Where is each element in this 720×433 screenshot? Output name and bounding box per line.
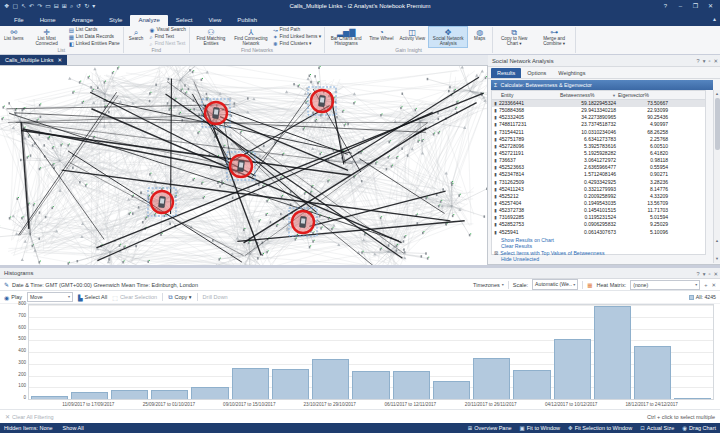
table-row[interactable]: ▮22336644159.182294532473.50667 [492,100,705,107]
restore-button[interactable]: ❐ [688,0,703,13]
social-network-analysis-button[interactable]: ✥Social Network Analysis [428,26,468,48]
link-chart-canvas[interactable] [0,66,488,265]
histogram-bar[interactable] [71,392,108,399]
mode-dropdown[interactable]: Move ▾ [27,292,73,302]
calculate-bar[interactable]: Σ Calculate: Betweenness & Eigenvector [491,80,713,90]
find-connecting-network-button[interactable]: ⅄Find Connecting Network [231,26,271,48]
histogram-bar[interactable] [352,371,389,399]
table-row[interactable]: ▮45233240534.227389096590.25436 [492,114,705,121]
search-icon[interactable]: ⌕ [70,0,73,13]
sna-tab-weightings[interactable]: Weightings [552,68,591,78]
drill-down-button[interactable]: Drill Down [203,294,228,300]
drag-chart-button[interactable]: ◉Drag Chart [682,425,716,431]
pane-menu-icon[interactable]: ▾ [703,55,706,67]
open-icon[interactable]: ▭ [45,0,51,13]
chart-tab-close-icon[interactable]: ✕ [58,55,63,66]
undo-small-icon[interactable]: ↶ [29,0,34,13]
edit-pencil-icon[interactable]: ✎ [4,281,9,288]
scroll-up-icon[interactable]: ▲ [714,90,720,97]
close-button[interactable]: ✕ [703,0,718,13]
find-path-button[interactable]: ↝Find Path [273,27,321,33]
results-scrollbar[interactable]: ▲ [713,90,720,255]
find-linked-items-button[interactable]: ✶Find Linked Items ▾ [273,34,321,40]
copy-to-new-chart-button[interactable]: ⧉Copy to New Chart ▾ [494,26,534,48]
histogram-bar[interactable] [634,346,671,399]
print-icon[interactable]: ⊞ [62,0,67,13]
ribbon-tab-select[interactable]: Select [168,15,201,26]
copy-button[interactable]: ⧉ Copy ▾ [168,294,191,301]
show-all-button[interactable]: Show All [63,425,84,431]
hide-unselected-link[interactable]: Hide Unselected [491,256,706,262]
remove-histogram-icon[interactable]: ✕ [711,279,716,291]
column-betweenness[interactable]: Betweenness% ▼ [560,91,618,99]
visual-search-button[interactable]: ◉Visual Search [150,27,186,33]
ribbon-tab-analyze[interactable]: Analyze [130,15,167,26]
sna-tab-options[interactable]: Options [521,68,552,78]
table-row[interactable]: ▮75088436829.941334021822.93099 [492,107,705,114]
table-row[interactable]: ▮7312625090.42933429253.28236 [492,179,705,186]
column-eigenvector[interactable]: Eigenvector% [618,91,680,99]
heat-matrix-dropdown[interactable]: (none) ▾ [630,280,700,290]
select-pointer-icon[interactable]: ↖ [21,0,26,13]
fit-to-window-button[interactable]: ▣Fit to Window [520,425,561,431]
qat-menu-icon[interactable]: ▾ [92,0,95,13]
clear-all-filtering-button[interactable]: ✕ Clear All Filtering [5,413,54,420]
activity-view-button[interactable]: ◫Activity View [396,26,428,48]
histogram-bar[interactable] [31,396,68,399]
table-row[interactable]: ▮4524112430.33212799938.14776 [492,186,705,193]
list-items-button[interactable]: ⚯List Items [1,26,27,48]
add-histogram-icon[interactable]: + [704,279,707,291]
histogram-bar[interactable] [312,359,349,399]
actual-size-button[interactable]: ⊡Actual Size [640,425,674,431]
linked-entities-pane-button[interactable]: ◧Linked Entities Pane [69,41,120,47]
histogram-plot[interactable] [28,304,714,400]
scale-dropdown[interactable]: Automatic (We.. ▾ [532,279,578,290]
find-text-button[interactable]: ⌕Find Text [150,34,186,40]
table-row[interactable]: ▮4523727380.145410151511.71703 [492,207,705,214]
histogram-bar[interactable] [594,306,631,399]
histogram-bar[interactable] [433,381,470,399]
histogram-bar[interactable] [513,370,550,399]
new-chart-icon[interactable]: ▢ [12,0,18,13]
table-row[interactable]: ▮7366373.06412729720.98118 [492,157,705,164]
histogram-bar[interactable] [674,398,711,399]
list-most-connected-button[interactable]: ✛List Most Connected [27,26,67,48]
find-clusters-button[interactable]: ❋Find Clusters ▾ [273,41,321,47]
histogram-bar[interactable] [151,390,188,399]
app-icon[interactable]: ❖ [4,0,9,13]
search-button[interactable]: ⌕Search [125,26,148,48]
redo-small-icon[interactable]: ↷ [37,0,42,13]
histogram-bar[interactable] [473,358,510,399]
timezones-button[interactable]: Timezones ▾ [473,282,504,288]
table-row[interactable]: ▮4527280965.39257836166.00510 [492,143,705,150]
sna-tab-results[interactable]: Results [491,68,521,78]
ribbon-tab-style[interactable]: Style [101,15,130,26]
pane-close-icon[interactable]: ✕ [713,55,718,67]
maps-button[interactable]: ◍Maps [468,26,491,48]
histogram-bar[interactable] [111,390,148,399]
scroll-down-icon[interactable]: ▼ [714,255,720,263]
table-row[interactable]: ▮748811723123.73745187324.90997 [492,121,705,128]
table-row[interactable]: ▮4523478141.57124081460.90271 [492,171,705,178]
actions-scrollbar[interactable]: ▲ ▼ [713,237,720,263]
table-row[interactable]: ▮45252120.20092589924.33209 [492,193,705,200]
fit-selection-to-window-button[interactable]: ✥Fit Selection to Window [568,425,632,431]
minimize-button[interactable]: – [673,0,688,13]
overview-pane-button[interactable]: ⊞Overview Pane [468,425,512,431]
save-icon[interactable]: ⊟ [54,0,59,13]
ribbon-tab-file[interactable]: File [6,15,32,26]
ribbon-tab-home[interactable]: Home [32,15,64,26]
ribbon-tab-view[interactable]: View [200,15,229,26]
help-button[interactable]: ? [658,0,673,13]
histogram-bar[interactable] [232,368,269,399]
table-row[interactable]: ▮4527211915.19259282826.41820 [492,150,705,157]
play-button[interactable]: ◉ Play [4,294,22,301]
table-row[interactable]: ▮4528527530.09062958329.25029 [492,221,705,228]
table-row[interactable]: ▮45259410.06143076735.10096 [492,229,705,236]
ribbon-tab-publish[interactable]: Publish [229,15,265,26]
table-row[interactable]: ▮4525236632.63659664770.55954 [492,164,705,171]
redo-icon[interactable]: ↻ [84,0,89,13]
ribbon-tab-arrange[interactable]: Arrange [64,15,101,26]
time-wheel-button[interactable]: ◔Time Wheel [366,26,396,48]
list-cards-button[interactable]: ▤List Cards [69,27,120,33]
